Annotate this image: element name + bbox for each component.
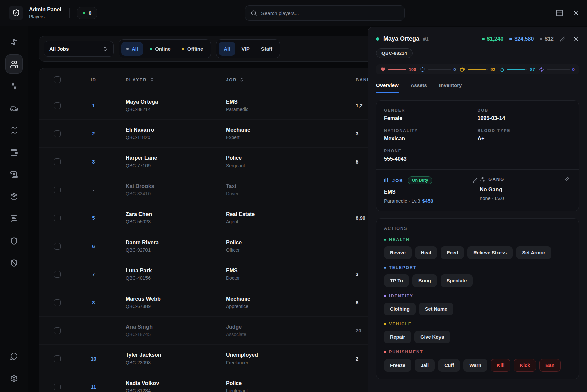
gang-section: GANG No Gang none · Lv.0 [480, 176, 571, 204]
filter-chip-all[interactable]: All [121, 42, 143, 56]
action-bring-button[interactable]: Bring [412, 274, 437, 287]
action-set-name-button[interactable]: Set Name [419, 303, 453, 315]
sidebar-item-logs[interactable] [5, 165, 23, 184]
action-set-armor-button[interactable]: Set Armor [516, 246, 551, 259]
filter-chip-staff[interactable]: Staff [256, 42, 277, 56]
job-name: Unemployed [226, 352, 349, 358]
job-grade: Officer [226, 247, 349, 253]
sidebar-item-players[interactable] [5, 54, 23, 74]
row-checkbox[interactable] [54, 355, 61, 362]
column-header-player[interactable]: PLAYER [119, 77, 220, 82]
row-checkbox[interactable] [54, 299, 61, 306]
sidebar-item-dashboard[interactable] [5, 32, 23, 52]
sidebar-item-activity[interactable] [5, 76, 23, 96]
select-all-checkbox[interactable] [54, 76, 61, 83]
action-kill-button[interactable]: Kill [491, 359, 511, 372]
row-checkbox[interactable] [54, 158, 61, 165]
player-id-link[interactable]: 5 [67, 215, 119, 221]
action-relieve-stress-button[interactable]: Relieve Stress [467, 246, 513, 259]
tab-inventory[interactable]: Inventory [439, 82, 462, 93]
action-heal-button[interactable]: Heal [415, 246, 437, 259]
edit-money-button[interactable] [560, 36, 565, 42]
filter-chip-all[interactable]: All [219, 42, 235, 56]
edit-job-button[interactable] [473, 178, 478, 183]
player-id-link[interactable]: 11 [67, 384, 119, 390]
info-field: NATIONALITY Mexican [384, 128, 478, 142]
row-checkbox[interactable] [54, 215, 61, 221]
close-app-button[interactable] [573, 10, 580, 17]
briefcase-icon [384, 178, 389, 183]
row-checkbox[interactable] [54, 271, 61, 278]
row-checkbox[interactable] [54, 243, 61, 250]
cash-amount: $1,240 [482, 36, 504, 42]
close-panel-button[interactable] [573, 36, 579, 42]
action-jail-button[interactable]: Jail [415, 359, 435, 372]
tab-assets[interactable]: Assets [411, 82, 427, 93]
filter-chip-offline[interactable]: Offline [177, 42, 209, 56]
row-checkbox[interactable] [54, 102, 61, 109]
action-feed-button[interactable]: Feed [441, 246, 464, 259]
action-spectate-button[interactable]: Spectate [441, 274, 473, 287]
player-cell: Tyler Jackson QBC-23098 [119, 352, 220, 365]
search-bar[interactable] [245, 5, 405, 21]
row-checkbox[interactable] [54, 130, 61, 137]
action-ban-button[interactable]: Ban [539, 359, 561, 372]
identity-info-grid: GENDER Female DOB 1995-03-14 NATIONALITY… [384, 108, 571, 162]
filter-chip-vip[interactable]: VIP [237, 42, 255, 56]
sidebar-item-vehicles[interactable] [5, 99, 23, 118]
action-tp-to-button[interactable]: TP To [384, 274, 409, 287]
sidebar-item-settings[interactable] [5, 369, 23, 388]
action-give-keys-button[interactable]: Give Keys [414, 331, 450, 343]
player-id-link[interactable]: 2 [67, 131, 119, 136]
player-id-link[interactable]: 6 [67, 243, 119, 249]
row-checkbox[interactable] [54, 187, 61, 193]
gang-users-icon [480, 176, 485, 182]
player-id-link[interactable]: 1 [67, 103, 119, 108]
window-layout-button[interactable] [556, 9, 563, 17]
player-id-link[interactable]: - [67, 328, 119, 333]
edit-gang-button[interactable] [564, 177, 569, 182]
sidebar-item-map[interactable] [5, 121, 23, 140]
player-id-link[interactable]: 10 [67, 356, 119, 362]
filter-chip-online[interactable]: Online [144, 42, 176, 56]
player-id-link[interactable]: 3 [67, 159, 119, 165]
row-checkbox[interactable] [54, 327, 61, 334]
column-header-id[interactable]: ID [67, 77, 119, 82]
sidebar-item-messages[interactable] [5, 209, 23, 228]
player-id-link[interactable]: - [67, 187, 119, 193]
jobs-filter-select[interactable]: All Jobs [44, 41, 114, 57]
info-field-label: DOB [478, 108, 572, 113]
sidebar-item-economy[interactable] [5, 143, 23, 162]
action-revive-button[interactable]: Revive [384, 246, 412, 259]
row-checkbox[interactable] [54, 384, 61, 390]
action-cuff-button[interactable]: Cuff [438, 359, 460, 372]
info-field-label: GENDER [384, 108, 478, 113]
action-kick-button[interactable]: Kick [514, 359, 536, 372]
sidebar-item-bans[interactable] [5, 253, 23, 273]
sidebar-item-security[interactable] [5, 231, 23, 251]
job-gang-section: JOB On Duty EMS Paramedic · Lv.3$450 GAN… [384, 176, 571, 204]
filter-chip-label: Staff [261, 46, 272, 52]
sidebar-item-support[interactable] [5, 346, 23, 366]
action-group: PUNISHMENT FreezeJailCuffWarnKillKickBan [384, 350, 571, 372]
wallet-icon [10, 148, 18, 156]
column-header-job[interactable]: JOB [220, 77, 349, 82]
action-warn-button[interactable]: Warn [463, 359, 487, 372]
job-name: Police [226, 155, 349, 161]
sidebar [0, 26, 28, 392]
group-label: TELEPORT [389, 265, 417, 270]
action-freeze-button[interactable]: Freeze [384, 359, 411, 372]
action-clothing-button[interactable]: Clothing [384, 303, 416, 315]
shield-icon [420, 67, 425, 72]
info-field: BLOOD TYPE A+ [478, 128, 572, 142]
job-grade: Driver [226, 191, 349, 196]
player-cell: Dante Rivera QBC-92701 [119, 240, 220, 253]
tab-overview[interactable]: Overview [376, 82, 399, 93]
search-input[interactable] [261, 10, 399, 16]
map-icon [10, 126, 18, 134]
sidebar-item-items[interactable] [5, 187, 23, 206]
player-id-link[interactable]: 8 [67, 300, 119, 305]
player-id-link[interactable]: 7 [67, 271, 119, 277]
job-cell: Mechanic Expert [220, 127, 349, 140]
action-repair-button[interactable]: Repair [384, 331, 411, 343]
